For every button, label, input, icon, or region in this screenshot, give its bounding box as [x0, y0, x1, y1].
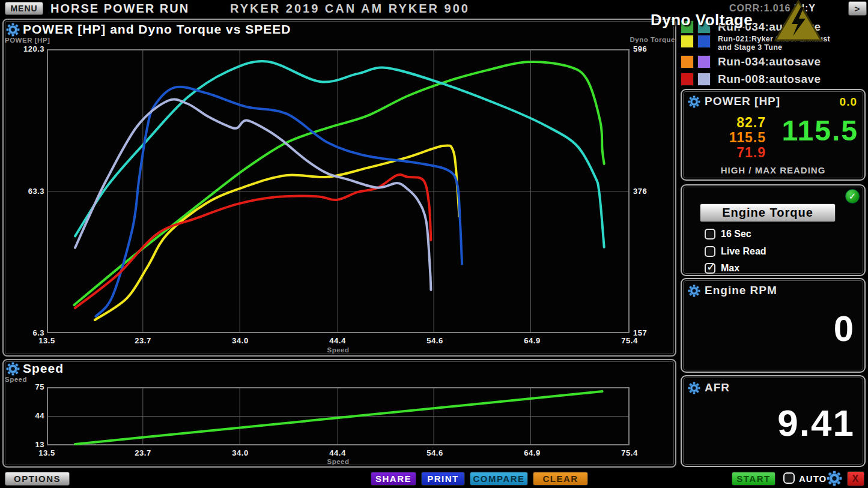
power-panel-footer: HIGH / MAX READING: [682, 165, 864, 175]
power-reading: 71.9: [700, 145, 766, 160]
x-tick: 54.6: [421, 336, 449, 345]
left-tick: 120.3: [14, 44, 44, 53]
run-label: Run-008:autosave: [718, 73, 821, 86]
run-color-swatch: [681, 73, 694, 86]
x-tick: 13.5: [33, 336, 61, 345]
torque-selector-panel: ✓ Engine Torque 16 Sec Live Read ✓ Max: [681, 184, 866, 276]
expand-button[interactable]: >: [848, 1, 867, 16]
x-tick: 23.7: [129, 336, 157, 345]
option-label: Live Read: [721, 246, 766, 257]
power-panel-gear-icon[interactable]: [688, 95, 700, 108]
checkbox-max[interactable]: ✓: [705, 263, 715, 274]
start-button[interactable]: START: [732, 472, 775, 486]
power-live-value: 0.0: [840, 95, 857, 109]
left-tick: 63.3: [14, 187, 44, 196]
main-chart-plot[interactable]: [47, 49, 630, 333]
speed-x-tick: 23.7: [129, 448, 157, 457]
power-readout-panel: POWER [HP] 0.0 82.7 115.5 71.9 115.5 HIG…: [681, 89, 866, 181]
app-title: HORSE POWER RUN: [50, 2, 189, 16]
options-button[interactable]: OPTIONS: [5, 472, 70, 486]
option-live-read[interactable]: Live Read: [705, 246, 766, 257]
speed-y-tick: 44: [14, 411, 44, 420]
run-list-item[interactable]: Run-008:autosave: [681, 73, 821, 86]
option-16sec[interactable]: 16 Sec: [705, 229, 751, 239]
right-axis-label: Dyno Torque: [620, 36, 675, 43]
run-color-swatch: [697, 35, 711, 48]
share-button[interactable]: SHARE: [371, 472, 416, 486]
power-reading: 82.7: [700, 115, 766, 130]
afr-readout-panel: AFR 9.41: [681, 375, 866, 467]
confirm-check-icon[interactable]: ✓: [845, 189, 860, 203]
rpm-value: 0: [834, 308, 855, 349]
run-color-swatch: [681, 55, 694, 68]
clear-button[interactable]: CLEAR: [533, 472, 588, 486]
power-panel-title: POWER [HP]: [705, 95, 780, 108]
x-tick: 75.4: [616, 336, 643, 345]
speed-x-tick: 44.4: [324, 448, 351, 457]
power-reading: 115.5: [700, 130, 766, 145]
speed-x-tick: 64.9: [518, 448, 546, 457]
main-chart-title: POWER [HP] and Dyno Torque vs SPEED: [23, 22, 291, 37]
x-tick: 64.9: [518, 336, 546, 345]
option-label: Max: [721, 263, 739, 274]
right-tick: 376: [633, 187, 647, 196]
x-tick: 44.4: [324, 336, 351, 345]
rpm-readout-panel: Engine RPM 0: [681, 278, 866, 373]
run-title: RYKER 2019 CAN AM RYKER 900: [230, 2, 470, 16]
run-color-swatch: [697, 55, 711, 68]
afr-panel-title: AFR: [705, 381, 730, 394]
menu-button[interactable]: MENU: [5, 2, 43, 15]
dyno-voltage-overlay-title: Dyno Voltage: [651, 11, 753, 29]
print-button[interactable]: PRINT: [421, 472, 465, 486]
speed-y-tick: 75: [14, 382, 44, 391]
run-label: Run-034:autosave: [718, 55, 821, 68]
power-run-readings: 82.7 115.5 71.9: [700, 115, 766, 160]
main-chart-settings-gear-icon[interactable]: [6, 23, 20, 37]
run-list-item[interactable]: Run-034:autosave: [681, 55, 821, 68]
warning-triangle-icon: [774, 0, 823, 42]
speed-chart-plot[interactable]: [47, 387, 630, 445]
option-label: 16 Sec: [721, 229, 751, 239]
checkbox-16sec[interactable]: [705, 229, 715, 239]
run-color-swatch: [697, 73, 711, 86]
speed-y-tick: 13: [14, 440, 44, 449]
checkbox-live-read[interactable]: [705, 246, 715, 257]
rpm-panel-gear-icon[interactable]: [688, 285, 700, 297]
right-tick: 596: [633, 44, 647, 53]
power-max-value: 115.5: [782, 114, 858, 147]
x-tick: 34.0: [226, 336, 254, 345]
rpm-panel-title: Engine RPM: [705, 284, 777, 297]
auto-label: AUTO: [799, 474, 827, 484]
afr-value: 9.41: [777, 402, 855, 444]
speed-x-axis-label: Speed: [47, 458, 630, 465]
settings-gear-icon[interactable]: [827, 471, 842, 486]
left-axis-label: POWER [HP]: [5, 37, 50, 44]
dyno-app-window: MENU HORSE POWER RUN RYKER 2019 CAN AM R…: [0, 0, 868, 488]
speed-chart-settings-gear-icon[interactable]: [6, 362, 20, 376]
auto-checkbox[interactable]: [783, 472, 795, 484]
speed-x-tick: 13.5: [33, 448, 61, 457]
speed-x-tick: 54.6: [421, 448, 449, 457]
compare-button[interactable]: COMPARE: [470, 472, 528, 486]
speed-chart-title: Speed: [23, 361, 64, 376]
speed-x-tick: 75.4: [616, 448, 643, 457]
run-color-swatch: [681, 35, 694, 48]
option-max[interactable]: ✓ Max: [705, 263, 739, 274]
channel-selector-button[interactable]: Engine Torque: [700, 203, 836, 222]
afr-panel-gear-icon[interactable]: [688, 382, 700, 394]
close-button[interactable]: X: [847, 471, 864, 486]
speed-x-tick: 34.0: [226, 448, 254, 457]
x-axis-label: Speed: [47, 346, 630, 354]
